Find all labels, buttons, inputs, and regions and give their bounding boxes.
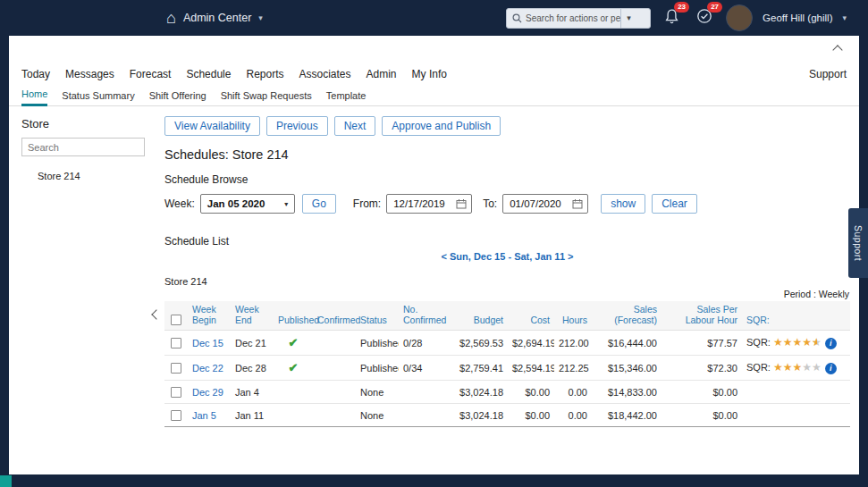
week-label: Week: [164,197,195,210]
info-icon[interactable]: i [825,363,837,374]
budget-cell: $2,569.53 [451,331,508,356]
checkbox-cell [164,381,188,404]
next-button[interactable]: Next [334,116,376,136]
budget-cell: $2,759.41 [451,356,508,381]
subtab-shift-offering[interactable]: Shift Offering [149,90,206,105]
to-date-input[interactable]: 01/07/2020 [502,194,588,214]
tab-my-info[interactable]: My Info [412,68,447,80]
search-dropdown-button[interactable]: ▾ [620,9,636,28]
tab-associates[interactable]: Associates [299,68,351,80]
confirmed-cell [313,331,356,356]
notifications-button[interactable]: 23 [661,8,683,29]
week-select-value: Jan 05 2020 [207,198,265,209]
schedule-browse-heading: Schedule Browse [164,173,850,186]
col-header-sqr[interactable]: SQR: [742,301,850,331]
star-icon: ★ [783,361,793,374]
tab-forecast[interactable]: Forecast [130,68,172,80]
to-label: To: [483,197,497,210]
home-icon[interactable]: ⌂ [166,10,176,26]
row-checkbox[interactable] [171,410,181,421]
row-checkbox[interactable] [171,387,181,398]
tab-admin[interactable]: Admin [367,68,397,80]
sidebar-item-store-214[interactable]: Store 214 [38,171,154,181]
hours-cell: 212.25 [554,356,592,381]
info-icon[interactable]: i [825,338,837,349]
confirmed-cell [313,404,356,427]
tab-reports[interactable]: Reports [246,68,283,80]
app-title[interactable]: Admin Center [183,12,251,24]
tab-schedule[interactable]: Schedule [186,68,231,80]
subtab-home[interactable]: Home [21,88,47,106]
week-begin-link[interactable]: Dec 29 [192,387,223,398]
col-header-published[interactable]: Published [274,301,313,331]
tab-messages[interactable]: Messages [65,68,114,80]
sqr-cell: SQR:★★★★★i [742,356,850,381]
budget-cell: $3,024.18 [451,404,508,427]
row-checkbox[interactable] [171,363,181,374]
no-confirmed-cell [399,381,451,404]
collapse-panel-button[interactable] [832,43,843,54]
schedule-table-wrap: Week BeginWeek EndPublishedConfirmedStat… [164,301,850,427]
date-range-nav[interactable]: < Sun, Dec 15 - Sat, Jan 11 > [164,251,850,262]
subtab-shift-swap-requests[interactable]: Shift Swap Requests [221,90,312,105]
primary-nav: TodayMessagesForecastScheduleReportsAsso… [9,68,859,80]
sidebar-search-input[interactable] [21,138,145,156]
hours-cell: 0.00 [554,381,592,404]
col-header-cost[interactable]: Cost [508,301,554,331]
col-header-no-confirmed[interactable]: No. Confirmed [399,301,451,331]
col-header-confirmed[interactable]: Confirmed [313,301,356,331]
col-header-sales-forecast[interactable]: Sales (Forecast) [592,301,662,331]
col-header-status[interactable]: Status [356,301,399,331]
star-icon: ★ [792,336,802,348]
tab-today[interactable]: Today [21,68,50,80]
avatar[interactable] [726,4,753,31]
view-availability-button[interactable]: View Availability [164,116,260,136]
user-menu[interactable]: Geoff Hill (ghill) [763,13,832,23]
confirmed-cell [313,356,356,381]
col-header-budget[interactable]: Budget [451,301,508,331]
week-select[interactable]: Jan 05 2020 ▼ [200,194,295,214]
week-begin-cell: Dec 29 [188,381,231,404]
col-header-sales-per-labour-hour[interactable]: Sales Per Labour Hour [662,301,742,331]
store-list: Store 214 [21,171,154,181]
splh-cell: $0.00 [662,404,742,427]
week-begin-link[interactable]: Dec 15 [192,338,223,348]
chevron-left-icon[interactable] [151,310,160,319]
approvals-button[interactable]: 27 [693,8,716,28]
table-row: Dec 22Dec 28✔Published0/34$2,759.41$2,59… [164,356,850,381]
approve-and-publish-button[interactable]: Approve and Publish [382,116,501,136]
previous-button[interactable]: Previous [266,116,328,136]
subtab-status-summary[interactable]: Status Summary [62,90,134,105]
clear-button[interactable]: Clear [652,194,697,214]
support-side-tab[interactable]: Support [848,208,868,278]
global-search-box[interactable]: ▾ [506,8,651,29]
checkbox-cell [164,404,188,427]
splh-cell: $77.57 [662,331,742,356]
star-icon: ★ [783,336,793,348]
schedule-table: Week BeginWeek EndPublishedConfirmedStat… [164,301,850,427]
sales-forecast-cell: $15,346.00 [592,356,662,381]
week-begin-link[interactable]: Jan 5 [192,410,216,421]
col-header-week-end[interactable]: Week End [231,301,274,331]
sub-tabs: HomeStatus SummaryShift OfferingShift Sw… [9,88,859,106]
search-input[interactable] [526,13,620,23]
panel-body: Store Store 214 View AvailabilityPreviou… [9,106,859,427]
show-button[interactable]: show [601,194,645,214]
col-header-hours[interactable]: Hours [554,301,592,331]
week-begin-link[interactable]: Dec 22 [192,363,223,374]
support-link[interactable]: Support [809,68,847,80]
sidebar-title: Store [21,117,154,130]
week-begin-cell: Dec 15 [188,331,231,356]
table-row: Jan 5Jan 11None$3,024.18$0.000.00$18,442… [164,404,850,427]
status-cell: Published [356,356,399,381]
calendar-icon[interactable] [456,198,467,209]
col-header-week-begin[interactable]: Week Begin [188,301,231,331]
from-date-input[interactable]: 12/17/2019 [386,194,472,214]
calendar-icon[interactable] [572,198,583,209]
search-icon [512,13,522,23]
go-button[interactable]: Go [302,194,336,214]
select-all-checkbox[interactable] [171,315,181,325]
subtab-template[interactable]: Template [326,90,367,105]
confirmed-cell [313,381,356,404]
row-checkbox[interactable] [171,338,181,348]
